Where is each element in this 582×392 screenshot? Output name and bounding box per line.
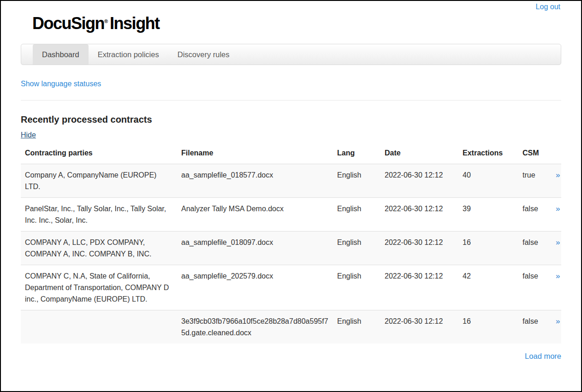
registered-mark: ® <box>104 18 108 24</box>
cell-filename: 3e3f9cb03fb7966a10f5ce28b28a7d80a595f75d… <box>177 310 333 344</box>
cell-lang: English <box>333 265 380 310</box>
cell-extractions: 39 <box>458 198 518 232</box>
cell-contracting-parties <box>21 310 177 344</box>
cell-contracting-parties: COMPANY A, LLC, PDX COMPANY, COMPANY A, … <box>21 232 177 265</box>
logo-docusign-text: DocuSign <box>32 14 104 33</box>
cell-extractions: 16 <box>458 310 518 344</box>
column-header-actions <box>552 144 561 164</box>
cell-lang: English <box>333 310 380 344</box>
table-row: COMPANY A, LLC, PDX COMPANY, COMPANY A, … <box>21 232 561 265</box>
tab-dashboard[interactable]: Dashboard <box>33 44 89 65</box>
column-header-filename: Filename <box>177 144 333 164</box>
cell-contracting-parties: Company A, CompanyName (EUROPE) LTD. <box>21 164 177 198</box>
cell-filename: Analyzer Tally MSA Demo.docx <box>177 198 333 232</box>
column-header-contracting-parties: Contracting parties <box>21 144 177 164</box>
cell-csm: false <box>518 232 552 265</box>
cell-lang: English <box>333 232 380 265</box>
cell-date: 2022-06-30 12:12 <box>380 232 458 265</box>
table-row: COMPANY C, N.A, State of California, Dep… <box>21 265 561 310</box>
logout-link[interactable]: Log out <box>536 3 560 11</box>
table-header-row: Contracting parties Filename Lang Date E… <box>21 144 561 164</box>
table-row: PanelStar, Inc., Tally Solar, Inc., Tall… <box>21 198 561 232</box>
row-detail-link[interactable]: » <box>556 238 560 247</box>
row-detail-link[interactable]: » <box>556 272 560 280</box>
cell-extractions: 16 <box>458 232 518 265</box>
cell-csm: true <box>518 164 552 198</box>
recent-contracts-table: Contracting parties Filename Lang Date E… <box>21 144 561 344</box>
cell-date: 2022-06-30 12:12 <box>380 265 458 310</box>
load-more-container: Load more <box>21 352 561 361</box>
cell-filename: aa_samplefile_202579.docx <box>177 265 333 310</box>
show-language-statuses-link[interactable]: Show language statuses <box>21 80 101 88</box>
column-header-lang: Lang <box>333 144 380 164</box>
main-nav-tabbar: Dashboard Extraction policies Discovery … <box>21 44 561 65</box>
cell-lang: English <box>333 198 380 232</box>
tab-discovery-rules[interactable]: Discovery rules <box>168 44 239 65</box>
row-detail-link[interactable]: » <box>556 171 560 179</box>
load-more-link[interactable]: Load more <box>525 352 561 360</box>
logo-insight-text: Insight <box>110 14 159 33</box>
column-header-extractions: Extractions <box>458 144 518 164</box>
hide-link[interactable]: Hide <box>21 131 36 139</box>
cell-lang: English <box>333 164 380 198</box>
cell-date: 2022-06-30 12:12 <box>380 164 458 198</box>
tab-extraction-policies[interactable]: Extraction policies <box>89 44 168 65</box>
cell-extractions: 40 <box>458 164 518 198</box>
cell-filename: aa_samplefile_018097.docx <box>177 232 333 265</box>
page-title: Recently processed contracts <box>21 114 561 125</box>
section-divider <box>21 100 561 101</box>
cell-contracting-parties: COMPANY C, N.A, State of California, Dep… <box>21 265 177 310</box>
row-detail-link[interactable]: » <box>556 204 560 213</box>
table-row: 3e3f9cb03fb7966a10f5ce28b28a7d80a595f75d… <box>21 310 561 344</box>
cell-contracting-parties: PanelStar, Inc., Tally Solar, Inc., Tall… <box>21 198 177 232</box>
docusign-insight-logo: DocuSign®Insight <box>32 12 581 33</box>
cell-extractions: 42 <box>458 265 518 310</box>
column-header-date: Date <box>380 144 458 164</box>
table-row: Company A, CompanyName (EUROPE) LTD. aa_… <box>21 164 561 198</box>
top-bar: Log out <box>1 1 581 11</box>
row-detail-link[interactable]: » <box>556 317 560 326</box>
column-header-csm: CSM <box>518 144 552 164</box>
cell-csm: false <box>518 198 552 232</box>
cell-filename: aa_samplefile_018577.docx <box>177 164 333 198</box>
cell-csm: false <box>518 265 552 310</box>
cell-date: 2022-06-30 12:12 <box>380 198 458 232</box>
cell-csm: false <box>518 310 552 344</box>
cell-date: 2022-06-30 12:12 <box>380 310 458 344</box>
